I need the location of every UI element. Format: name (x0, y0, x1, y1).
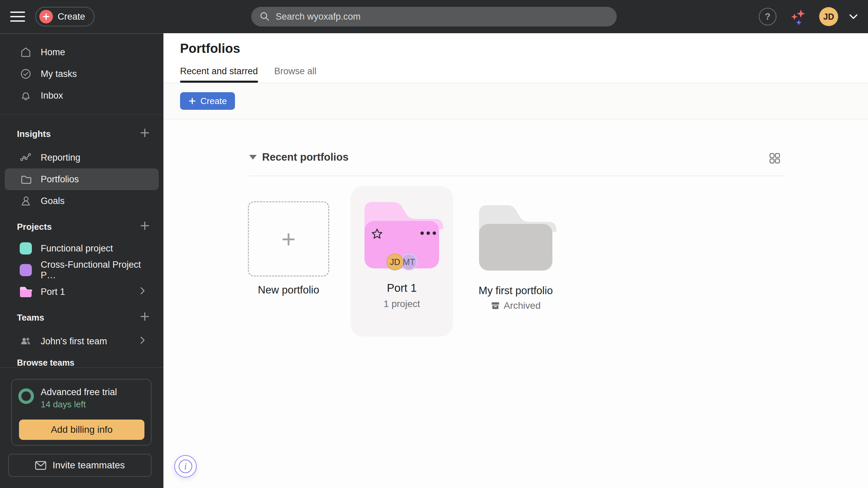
trial-title: Advanced free trial (41, 387, 117, 398)
plus-icon (39, 10, 53, 23)
project-color-swatch (19, 242, 33, 255)
star-icon[interactable] (370, 227, 384, 241)
invite-teammates-button[interactable]: Invite teammates (8, 454, 152, 477)
sidebar-divider (0, 367, 163, 368)
tab-browse-all[interactable]: Browse all (274, 66, 317, 83)
sidebar-item-portfolios[interactable]: Portfolios (5, 168, 159, 190)
search-input[interactable]: Search wyoxafp.com (251, 7, 617, 26)
reporting-icon (19, 151, 33, 164)
search-icon (259, 11, 270, 22)
sidebar-divider (0, 115, 163, 115)
ai-sparkles-icon[interactable] (787, 6, 808, 27)
main-area: Portfolios Recent and starred Browse all… (163, 33, 868, 488)
team-people-icon (19, 335, 33, 347)
bell-icon (19, 89, 33, 102)
add-insights-icon[interactable] (140, 128, 150, 140)
search-placeholder: Search wyoxafp.com (276, 12, 361, 22)
trial-card: Advanced free trial 14 days left Add bil… (11, 379, 152, 446)
new-portfolio-label[interactable]: New portfolio (248, 284, 329, 296)
create-portfolio-button[interactable]: Create (180, 92, 235, 110)
help-button[interactable]: ? (759, 8, 776, 25)
sidebar-item-cross-functional-project[interactable]: Cross-Functional Project P… (5, 259, 159, 281)
sidebar-item-inbox[interactable]: Inbox (5, 85, 159, 106)
page-header: Portfolios Recent and starred Browse all (163, 33, 868, 83)
info-icon: i (179, 460, 192, 473)
sidebar-item-reporting[interactable]: Reporting (5, 147, 159, 168)
browse-teams-link[interactable]: Browse teams (0, 354, 163, 371)
sidebar-item-port-1[interactable]: Port 1 (5, 281, 159, 303)
check-circle-icon (19, 68, 33, 80)
project-color-swatch (19, 264, 33, 276)
sidebar-item-my-tasks[interactable]: My tasks (5, 63, 159, 85)
help-info-button[interactable]: i (174, 455, 197, 477)
plus-icon (188, 97, 196, 105)
chevron-down-icon[interactable] (849, 14, 858, 20)
gray-folder-icon[interactable] (475, 199, 556, 275)
expand-chevron-icon[interactable] (139, 286, 146, 298)
portfolio-name: Port 1 (351, 282, 453, 294)
add-project-icon[interactable] (140, 221, 150, 233)
user-avatar[interactable]: JD (819, 7, 838, 26)
sidebar-item-home[interactable]: Home (5, 41, 159, 63)
teams-section-header[interactable]: Teams (0, 307, 163, 328)
plus-icon: + (281, 229, 296, 249)
portfolio-content: Recent portfolios + New portfolio JD MT (163, 119, 868, 488)
goals-icon (19, 195, 33, 207)
topbar: Create Search wyoxafp.com ? JD (0, 0, 868, 33)
trial-progress-ring (18, 388, 34, 404)
sidebar-item-goals[interactable]: Goals (5, 190, 159, 212)
global-create-button[interactable]: Create (35, 7, 95, 26)
expand-chevron-icon[interactable] (139, 336, 146, 347)
grid-view-icon[interactable] (769, 152, 781, 164)
recent-portfolios-header[interactable]: Recent portfolios (249, 148, 349, 167)
avatar: JD (387, 253, 403, 270)
add-billing-info-button[interactable]: Add billing info (19, 420, 144, 440)
more-options-icon[interactable] (420, 231, 436, 235)
tab-recent-and-starred[interactable]: Recent and starred (180, 66, 258, 83)
page-title: Portfolios (180, 41, 240, 56)
home-icon (19, 46, 33, 58)
sidebar-item-functional-project[interactable]: Functional project (5, 238, 159, 259)
sidebar-item-johns-first-team[interactable]: John's first team (5, 330, 159, 352)
collapse-caret-icon (249, 155, 257, 160)
section-title: Recent portfolios (262, 151, 349, 163)
portfolio-card-port-1[interactable]: JD MT Port 1 1 project (351, 186, 453, 337)
portfolio-project-count: 1 project (351, 299, 453, 309)
portfolio-toolbar: Create (163, 83, 868, 119)
archived-status: Archived (465, 300, 567, 311)
global-create-label: Create (58, 12, 85, 22)
pink-folder-icon (19, 286, 33, 298)
tab-bar: Recent and starred Browse all (180, 66, 316, 83)
folder-icon (19, 173, 33, 185)
section-divider (249, 176, 784, 176)
portfolio-name[interactable]: My first portfolio (465, 285, 567, 297)
insights-section-header[interactable]: Insights (0, 123, 163, 145)
sidebar: Home My tasks Inbox Insights Reporting P… (0, 33, 163, 488)
archive-box-icon (491, 301, 500, 310)
projects-section-header[interactable]: Projects (0, 216, 163, 238)
new-portfolio-card[interactable]: + (248, 201, 329, 277)
envelope-icon (35, 461, 46, 470)
question-mark-icon: ? (765, 12, 771, 22)
add-team-icon[interactable] (140, 311, 150, 324)
menu-icon[interactable] (10, 9, 25, 24)
trial-days-left: 14 days left (41, 399, 86, 410)
